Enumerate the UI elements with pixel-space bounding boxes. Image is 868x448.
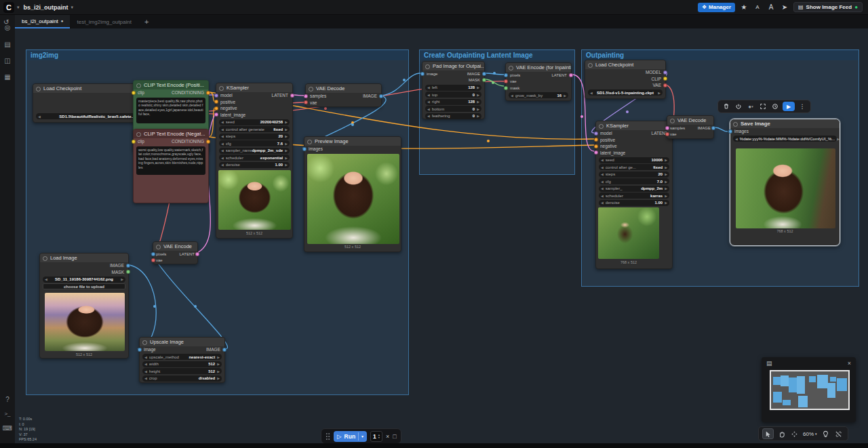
star-icon[interactable]: ★ bbox=[739, 3, 749, 11]
font-size-small-icon[interactable]: A bbox=[753, 4, 762, 10]
run-options-caret-icon[interactable]: ▾ bbox=[361, 434, 363, 439]
prompt-textarea[interactable]: masterpiece,best quality,8k,raw photo,ph… bbox=[136, 98, 205, 123]
manager-button[interactable]: ❖ Manager bbox=[698, 3, 735, 12]
image-port[interactable] bbox=[151, 252, 155, 256]
vae-port[interactable] bbox=[663, 83, 667, 87]
prompt-textarea[interactable]: worst quality,low quality,watermark,sket… bbox=[136, 146, 205, 175]
node-vae-encode-for-inpainting[interactable]: VAE Encode (for Inpainti... pixels LATEN… bbox=[505, 62, 572, 101]
latent-port[interactable] bbox=[304, 94, 308, 98]
node-title[interactable]: Load Image bbox=[40, 253, 128, 262]
node-vae-encode-1[interactable]: VAE Encode pixels LATENT vae bbox=[153, 241, 198, 264]
help-icon[interactable]: ? bbox=[0, 396, 15, 403]
widget-scheduler[interactable]: schedulerexponential bbox=[219, 155, 290, 161]
terminal-icon[interactable]: >_ bbox=[0, 411, 15, 417]
image-port[interactable] bbox=[379, 94, 383, 98]
conditioning-port[interactable] bbox=[214, 106, 218, 110]
latent-port[interactable] bbox=[569, 73, 573, 77]
node-title[interactable]: CLIP Text Encode (Negat... bbox=[134, 129, 208, 138]
conditioning-port[interactable] bbox=[594, 138, 598, 142]
group-latent-title[interactable]: Create Outpainting Lantent Image bbox=[420, 50, 574, 60]
ckpt-name-widget[interactable]: SD1.5\sd-v1-5-inpainting.ckpt bbox=[588, 89, 663, 96]
count-down-icon[interactable]: ▾ bbox=[378, 436, 380, 439]
select-tool-icon[interactable] bbox=[762, 428, 774, 439]
sidebar-node-library-icon[interactable]: ▤ bbox=[0, 41, 15, 48]
widget-denoise[interactable]: denoise1.00 bbox=[219, 162, 290, 168]
node-pad-image-for-outpainting[interactable]: Pad Image for Outpai... image IMAGE MASK… bbox=[422, 61, 485, 119]
tab-test-img2img-outpaint[interactable]: test_img2img_outpaint bbox=[70, 15, 138, 28]
node-title[interactable]: Pad Image for Outpai... bbox=[422, 62, 484, 70]
more-options-icon[interactable]: ⋮ bbox=[797, 102, 807, 111]
vae-port[interactable] bbox=[504, 79, 508, 83]
minimap-layers-icon[interactable]: ▤ bbox=[766, 360, 772, 367]
sidebar-workflows-icon[interactable]: ▦ bbox=[0, 73, 15, 81]
workflow-title[interactable]: bs_i2i_outpaint bbox=[24, 4, 68, 11]
node-title[interactable]: CLIP Text Encode (Positi... bbox=[134, 81, 208, 89]
image-port[interactable] bbox=[504, 73, 508, 77]
keyboard-shortcuts-icon[interactable]: ⌨ bbox=[0, 424, 15, 432]
widget-feathering[interactable]: feathering0 bbox=[425, 113, 481, 119]
image-port[interactable] bbox=[711, 126, 715, 130]
node-preview-image[interactable]: Preview Image images 512 x 512 bbox=[304, 136, 401, 252]
widget-seed[interactable]: seed2020040258 bbox=[219, 119, 290, 125]
collapse-frame-icon[interactable] bbox=[758, 102, 768, 111]
stop-icon[interactable]: □ bbox=[393, 433, 396, 440]
widget-steps[interactable]: steps20 bbox=[219, 134, 290, 140]
node-title[interactable]: VAE Encode (for Inpainti... bbox=[506, 63, 571, 72]
widget-steps[interactable]: steps20 bbox=[599, 171, 669, 178]
node-upscale-image[interactable]: Upscale Image image IMAGE upscale_method… bbox=[139, 337, 225, 383]
widget-width[interactable]: width512 bbox=[142, 361, 222, 367]
widget-seed[interactable]: seed10006 bbox=[599, 157, 669, 163]
conditioning-port[interactable] bbox=[206, 91, 210, 95]
graph-canvas[interactable]: img2img Create Outpainting Lantent Image… bbox=[15, 28, 868, 448]
widget-top[interactable]: top0 bbox=[425, 91, 481, 98]
image-file-widget[interactable]: SD_11_19186-3098744162.png bbox=[43, 277, 125, 283]
latent-port[interactable] bbox=[594, 150, 598, 155]
clear-queue-icon[interactable]: × bbox=[386, 433, 389, 440]
choose-file-button[interactable]: choose file to upload bbox=[43, 283, 125, 289]
chevron-down-icon[interactable]: ▾ bbox=[17, 5, 20, 10]
run-node-icon[interactable]: ▶ bbox=[783, 102, 795, 111]
image-port[interactable] bbox=[420, 72, 425, 76]
group-outpainting-title[interactable]: Outpainting bbox=[582, 50, 859, 60]
image-port[interactable] bbox=[222, 348, 226, 352]
widget-cfg[interactable]: cfg7.0 bbox=[599, 178, 669, 184]
latent-port[interactable] bbox=[195, 252, 199, 256]
conditioning-port[interactable] bbox=[594, 144, 598, 148]
delete-icon[interactable] bbox=[722, 102, 731, 111]
tab-bs-i2i-outpaint[interactable]: bs_i2i_outpaint ● bbox=[15, 15, 70, 28]
color-dot-icon[interactable]: ●▾ bbox=[746, 102, 755, 111]
node-title[interactable]: VAE Decode bbox=[306, 84, 381, 93]
conditioning-port[interactable] bbox=[206, 140, 210, 144]
bypass-power-icon[interactable] bbox=[734, 102, 743, 111]
widget-left[interactable]: left128 bbox=[425, 85, 481, 91]
image-port[interactable] bbox=[482, 72, 486, 76]
new-tab-button[interactable]: + bbox=[138, 15, 155, 28]
lightbulb-icon[interactable] bbox=[821, 428, 831, 439]
widget-sampler-name[interactable]: sampler_namedpmpp_2m_sde bbox=[219, 148, 290, 154]
image-port[interactable] bbox=[126, 264, 130, 268]
widget-height[interactable]: height512 bbox=[142, 368, 222, 374]
clip-port[interactable] bbox=[132, 140, 136, 144]
comfyui-logo-icon[interactable]: C bbox=[3, 2, 14, 13]
node-title[interactable]: KSampler bbox=[596, 121, 672, 130]
clip-port[interactable] bbox=[132, 91, 136, 95]
share-icon[interactable]: ➤ bbox=[780, 3, 789, 11]
vae-port[interactable] bbox=[304, 100, 308, 104]
show-image-feed-button[interactable]: ▤ Show Image Feed ● bbox=[793, 2, 863, 12]
minimap-viewport[interactable] bbox=[770, 370, 850, 410]
workflow-menu-chevron-icon[interactable]: ▾ bbox=[71, 5, 74, 10]
widget-grow-mask-by[interactable]: grow_mask_by16 bbox=[509, 92, 568, 98]
node-ksampler-2[interactable]: KSampler model LATENT positive negative … bbox=[595, 121, 673, 269]
widget-scheduler[interactable]: schedulerkarras bbox=[599, 192, 669, 199]
widget-right[interactable]: right128 bbox=[425, 99, 481, 105]
widget-denoise[interactable]: denoise1.00 bbox=[599, 200, 669, 206]
node-vae-decode-2[interactable]: VAE Decode samples IMAGE vae bbox=[667, 115, 714, 139]
conditioning-port[interactable] bbox=[214, 100, 218, 104]
model-port[interactable] bbox=[214, 94, 218, 98]
fit-view-icon[interactable] bbox=[789, 428, 800, 439]
node-title[interactable]: VAE Decode bbox=[667, 116, 713, 125]
image-port[interactable] bbox=[302, 147, 307, 151]
widget-sampler-name[interactable]: sampler_dpmpp_2m bbox=[599, 186, 669, 192]
node-title[interactable]: Upscale Image bbox=[140, 338, 224, 346]
minimap-close-icon[interactable]: × bbox=[848, 360, 851, 367]
